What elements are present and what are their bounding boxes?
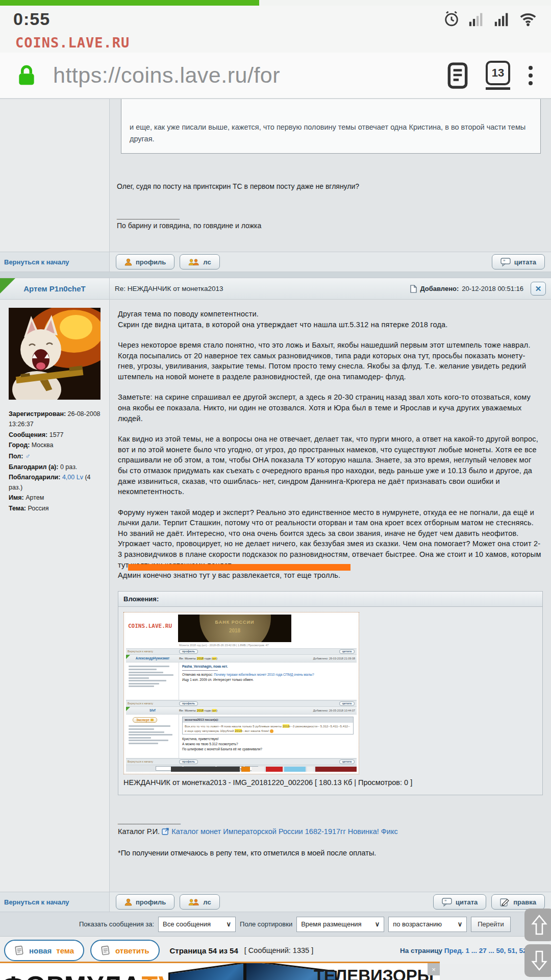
previous-post-user-column bbox=[0, 99, 110, 252]
mini-toolbar: Вернуться к началу профиль цитата bbox=[126, 758, 357, 765]
profile-button[interactable]: профиль bbox=[116, 894, 174, 910]
go-button[interactable]: Перейти bbox=[471, 917, 511, 932]
user-info-row: Пол: ♂ bbox=[9, 450, 103, 462]
forum-page: и еще, как уже писали выше, кажется, что… bbox=[0, 99, 551, 964]
delete-post-button[interactable]: ✕ bbox=[531, 282, 546, 296]
person-icon bbox=[124, 898, 132, 906]
tab-count: 13 bbox=[486, 61, 510, 85]
ad-close-button[interactable]: × bbox=[428, 963, 440, 975]
private-message-button[interactable]: лс bbox=[180, 894, 219, 910]
attachment-thumbnail[interactable]: COINS.LAVE.RU БАНК РОССИИ 2018 Монета 20… bbox=[123, 612, 359, 774]
wifi-icon bbox=[518, 10, 538, 28]
attachment-image: COINS.LAVE.RU БАНК РОССИИ 2018 Монета 20… bbox=[126, 615, 357, 772]
url-text: https://coins.lave.ru/for bbox=[53, 63, 280, 87]
quote-button[interactable]: ” цитата bbox=[433, 894, 486, 910]
user-info-row: Сообщения: 1577 bbox=[9, 430, 103, 440]
mini-site-name: COINS.LAVE.RU bbox=[126, 615, 178, 642]
scroll-to-bottom-button[interactable] bbox=[524, 944, 551, 977]
signature-divider: _________________ bbox=[117, 212, 542, 219]
back-to-top-link[interactable]: Вернуться к началу bbox=[0, 252, 110, 272]
browser-address-bar[interactable]: https://coins.lave.ru/for 13 bbox=[0, 53, 551, 99]
reader-mode-icon[interactable] bbox=[445, 61, 470, 90]
tab-switcher-button[interactable]: 13 bbox=[486, 61, 510, 90]
scroll-to-top-button[interactable] bbox=[524, 909, 551, 941]
page-footer: новаятема ответить Страница 54 из 54 [ С… bbox=[0, 937, 551, 964]
browser-menu-button[interactable] bbox=[525, 66, 536, 85]
user-info-row: Имя: Артем bbox=[9, 493, 103, 503]
cell-signal-icon bbox=[493, 10, 511, 28]
new-topic-label-2: тема bbox=[56, 946, 74, 955]
cell-signal-icon bbox=[467, 10, 486, 28]
avatar bbox=[9, 308, 105, 400]
pencil-page-icon bbox=[500, 898, 510, 906]
mini-ad-strip bbox=[126, 767, 357, 772]
signature: Каталог Р.И. Каталог монет Императорской… bbox=[118, 827, 544, 836]
quote-button[interactable]: ” цитата bbox=[492, 254, 545, 270]
show-messages-select[interactable]: Все сообщения∨ bbox=[158, 917, 236, 932]
clock: 0:55 bbox=[13, 9, 50, 29]
thanks-level-link[interactable]: 4,00 Lv bbox=[62, 474, 83, 481]
post-author-link[interactable]: Артем P1n0cheT bbox=[0, 278, 110, 299]
back-to-top-link[interactable]: Вернуться к началу bbox=[0, 892, 110, 912]
signature-note: *По получении отмечаюсь в репу тем, кто … bbox=[118, 849, 544, 857]
alarm-clock-icon bbox=[443, 10, 460, 28]
two-persons-icon bbox=[188, 258, 199, 266]
topic-display-controls: Показать сообщения за: Все сообщения∨ По… bbox=[0, 912, 551, 937]
signature-divider: _________________ bbox=[118, 817, 544, 824]
ad-banner[interactable]: ФОРМУЛАTV.РУ ТЕЛЕВИЗОРЫ × bbox=[0, 962, 440, 980]
attachments-header: Вложения: bbox=[118, 592, 542, 607]
post-header: Артем P1n0cheT Re: НЕЖДАНЧИК от монетка2… bbox=[0, 278, 551, 300]
post-toolbar: Вернуться к началу профиль лс ” цитата п… bbox=[0, 892, 551, 912]
person-icon bbox=[124, 258, 132, 266]
edit-button[interactable]: правка bbox=[491, 894, 545, 910]
reply-button[interactable]: ответить bbox=[90, 940, 159, 961]
user-info: Зарегистрирован: 26-08-2008 13:26:37 Соо… bbox=[9, 409, 103, 513]
status-icons bbox=[443, 10, 538, 28]
url-field[interactable]: https://coins.lave.ru/for bbox=[53, 63, 430, 88]
sort-field-select[interactable]: Время размещения∨ bbox=[296, 917, 384, 932]
sort-order-select[interactable]: по возрастанию∨ bbox=[388, 917, 467, 932]
private-message-button[interactable]: лс bbox=[180, 254, 219, 270]
previous-post: и еще, как уже писали выше, кажется, что… bbox=[0, 99, 551, 252]
site-name: COINS.LAVE.RU bbox=[15, 35, 130, 51]
attachments-section: Вложения: COINS.LAVE.RU БАНК РОССИИ 2018 bbox=[118, 591, 543, 795]
reply-icon bbox=[101, 945, 111, 955]
mini-coin-caption: Монета 2018 год (шт) - 2018-05-26 23:42:… bbox=[126, 642, 357, 648]
svg-text:”: ” bbox=[444, 899, 447, 904]
quote-button-label: цитата bbox=[514, 258, 536, 266]
post-separator bbox=[0, 272, 551, 278]
progressbar-fill bbox=[0, 0, 259, 6]
mini-toolbar: Вернуться к началу профиль цитата bbox=[126, 700, 357, 707]
quote-bubble-icon: ” bbox=[442, 898, 452, 906]
user-info-row: Город: Москва bbox=[9, 440, 103, 450]
pagination-prefix: На страницу bbox=[400, 947, 442, 954]
page-indicator: Страница 54 из 54 bbox=[170, 946, 238, 955]
mini-toolbar: Вернуться к началу профиль цитата bbox=[126, 648, 357, 655]
post-paragraph: Другая тема по поводу компетентности. Ск… bbox=[118, 309, 541, 330]
user-info-row: Поблагодарили: 4,00 Lv (4 раз.) bbox=[9, 472, 103, 493]
mini-post-header: АлександрНумизмат Re: Монеты 2018 года (… bbox=[126, 655, 357, 663]
new-topic-icon bbox=[14, 945, 24, 955]
new-topic-label-1: новая bbox=[29, 946, 52, 955]
quote-button-label: цитата bbox=[456, 898, 478, 906]
pagination-prev-link[interactable]: Пред. bbox=[444, 947, 464, 954]
smiley-icon bbox=[270, 729, 273, 733]
mini-post-body: Pasha_Vereshagin, пока нет. Отвечаю на в… bbox=[126, 663, 357, 700]
two-persons-icon bbox=[188, 898, 199, 906]
pm-button-label: лс bbox=[203, 258, 211, 266]
url-fade bbox=[353, 63, 430, 88]
catalog-link[interactable]: Каталог монет Императорской России 1682-… bbox=[171, 827, 398, 836]
tab-underline bbox=[486, 87, 510, 90]
user-info-row: Зарегистрирован: 26-08-2008 13:26:37 bbox=[9, 409, 103, 430]
added-label: Добавлено: bbox=[420, 285, 459, 292]
post-paragraph: Через некоторое время стало понятно, что… bbox=[118, 340, 541, 382]
post-subject: Re: НЕЖДАНЧИК от монетка2013 bbox=[115, 285, 223, 292]
ad-caption: ТЕЛЕВИЗОРЫ bbox=[314, 966, 434, 980]
page-load-progressbar bbox=[0, 0, 551, 6]
previous-post-content: и еще, как уже писали выше, кажется, что… bbox=[110, 99, 551, 252]
new-topic-button[interactable]: новаятема bbox=[4, 940, 84, 961]
profile-button[interactable]: профиль bbox=[116, 254, 174, 270]
quote-bubble-icon: ” bbox=[500, 258, 511, 266]
post-paragraph: Форуму нужен такой модер и эксперт? Реал… bbox=[118, 507, 541, 581]
post-text: Олег, судя по посту на принтскрин ТС в п… bbox=[117, 182, 542, 190]
